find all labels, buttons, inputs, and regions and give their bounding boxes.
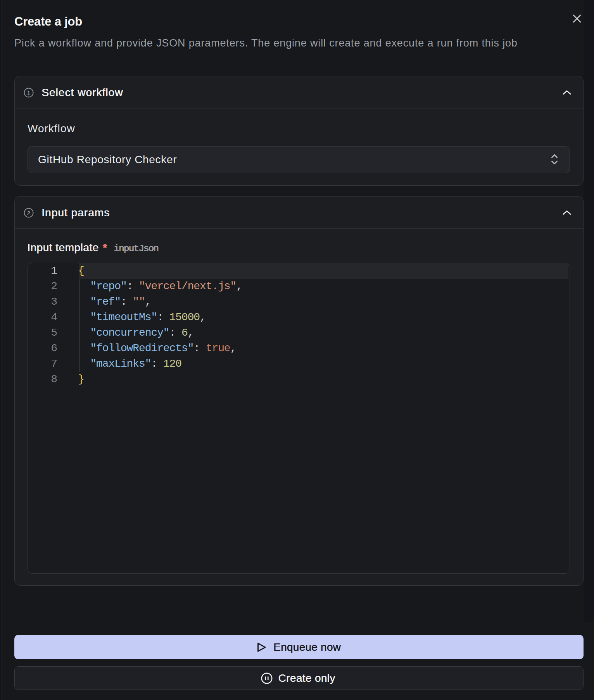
svg-text:1: 1 xyxy=(27,90,30,96)
svg-text:2: 2 xyxy=(27,210,30,216)
